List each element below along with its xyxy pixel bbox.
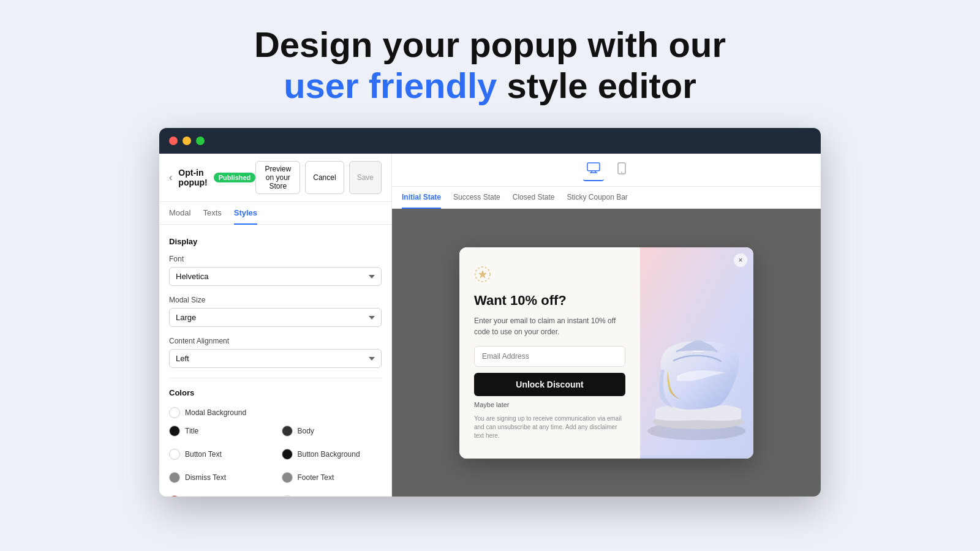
button-background-color-label: Button Background bbox=[298, 450, 360, 459]
close-dot[interactable] bbox=[169, 137, 178, 145]
popup-email-input[interactable] bbox=[474, 346, 625, 367]
body-color-row: Body bbox=[282, 425, 382, 437]
popup-subtext: Enter your email to claim an instant 10%… bbox=[474, 315, 625, 337]
back-arrow-icon[interactable]: ‹ bbox=[169, 172, 172, 183]
browser-titlebar bbox=[159, 128, 821, 154]
title-color-label: Title bbox=[185, 427, 198, 435]
font-label: Font bbox=[169, 255, 382, 263]
popup-heading: Want 10% off? bbox=[474, 293, 625, 309]
button-background-color-dot[interactable] bbox=[282, 449, 293, 460]
device-switcher bbox=[392, 154, 821, 187]
published-badge: Published bbox=[214, 173, 256, 182]
title-color-row: Title bbox=[169, 425, 270, 437]
tab-styles[interactable]: Styles bbox=[234, 202, 257, 225]
title-color-dot[interactable] bbox=[169, 425, 180, 437]
footer-text-color-row: Footer Text bbox=[282, 472, 382, 483]
content-alignment-select[interactable]: Left Center Right bbox=[169, 349, 382, 368]
hero-line2-rest: style editor bbox=[497, 66, 696, 105]
preview-button[interactable]: Preview on your Store bbox=[255, 161, 300, 194]
state-tab-success[interactable]: Success State bbox=[453, 187, 500, 209]
editor-tabs: Modal Texts Styles bbox=[159, 202, 391, 225]
modal-background-dot[interactable] bbox=[169, 407, 180, 418]
content-alignment-label: Content Alignment bbox=[169, 337, 382, 345]
colors-section-label: Colors bbox=[169, 388, 382, 397]
button-text-color-dot[interactable] bbox=[169, 449, 180, 460]
body-color-dot[interactable] bbox=[282, 425, 293, 437]
state-tabs: Initial State Success State Closed State… bbox=[392, 187, 821, 209]
button-text-color-label: Button Text bbox=[185, 450, 222, 459]
tab-texts[interactable]: Texts bbox=[203, 202, 221, 225]
popup-maybe-later[interactable]: Maybe later bbox=[474, 401, 625, 408]
svg-rect-2 bbox=[587, 163, 600, 171]
popup-cta-button[interactable]: Unlock Discount bbox=[474, 373, 625, 396]
panel-content: Display Font Helvetica Arial Georgia Mod… bbox=[159, 225, 391, 497]
fullscreen-dot[interactable] bbox=[196, 137, 205, 145]
browser-body: ‹ Opt-in popup! Published Preview on you… bbox=[159, 154, 821, 497]
font-select[interactable]: Helvetica Arial Georgia bbox=[169, 267, 382, 286]
state-tab-initial[interactable]: Initial State bbox=[402, 187, 441, 209]
svg-point-7 bbox=[621, 172, 622, 173]
dismiss-text-color-row: Dismiss Text bbox=[169, 472, 270, 483]
modal-size-field: Modal Size Large Medium Small bbox=[169, 296, 382, 327]
app-header: ‹ Opt-in popup! Published Preview on you… bbox=[159, 154, 391, 202]
popup-sneaker-image bbox=[640, 247, 753, 455]
modal-size-label: Modal Size bbox=[169, 296, 382, 304]
mobile-icon[interactable] bbox=[614, 159, 630, 181]
colors-section: Colors Modal Background Title Body bbox=[169, 388, 382, 497]
app-header-right: Preview on your Store Cancel Save bbox=[255, 161, 382, 194]
error-text-color-dot[interactable] bbox=[169, 495, 180, 497]
state-tab-sticky[interactable]: Sticky Coupon Bar bbox=[567, 187, 627, 209]
popup-star-icon bbox=[474, 266, 625, 287]
footer-text-color-label: Footer Text bbox=[298, 473, 334, 482]
content-alignment-field: Content Alignment Left Center Right bbox=[169, 337, 382, 368]
font-field: Font Helvetica Arial Georgia bbox=[169, 255, 382, 286]
color-grid: Title Body Button Text Button Backg bbox=[169, 425, 382, 497]
modal-background-label: Modal Background bbox=[185, 408, 246, 417]
display-section-label: Display bbox=[169, 237, 382, 246]
left-panel: ‹ Opt-in popup! Published Preview on you… bbox=[159, 154, 392, 497]
right-panel: Initial State Success State Closed State… bbox=[392, 154, 821, 497]
error-background-icon bbox=[282, 496, 293, 497]
divider bbox=[169, 378, 382, 378]
popup-disclaimer: You are signing up to receive communicat… bbox=[474, 414, 625, 440]
app-header-left: ‹ Opt-in popup! Published bbox=[169, 168, 255, 187]
tab-modal[interactable]: Modal bbox=[169, 202, 190, 225]
modal-size-select[interactable]: Large Medium Small bbox=[169, 308, 382, 327]
modal-background-row: Modal Background bbox=[169, 407, 382, 418]
footer-text-color-dot[interactable] bbox=[282, 472, 293, 483]
popup-left: Want 10% off? Enter your email to claim … bbox=[459, 247, 640, 458]
button-text-color-row: Button Text bbox=[169, 449, 270, 460]
desktop-icon[interactable] bbox=[583, 159, 604, 181]
body-color-label: Body bbox=[298, 427, 314, 435]
save-button[interactable]: Save bbox=[349, 161, 382, 194]
cancel-button[interactable]: Cancel bbox=[305, 161, 344, 194]
error-background-color-row: Error Background bbox=[282, 495, 382, 497]
browser-window: ‹ Opt-in popup! Published Preview on you… bbox=[159, 128, 821, 497]
button-background-color-row: Button Background bbox=[282, 449, 382, 460]
popup-close-button[interactable]: × bbox=[734, 253, 747, 267]
popup-modal: Want 10% off? Enter your email to claim … bbox=[459, 247, 753, 458]
error-background-color-dot[interactable] bbox=[282, 495, 293, 497]
hero-line2-blue: user friendly bbox=[284, 66, 497, 105]
dismiss-text-color-label: Dismiss Text bbox=[185, 473, 226, 482]
minimize-dot[interactable] bbox=[183, 137, 191, 145]
hero-line1: Design your popup with our bbox=[254, 24, 726, 64]
preview-area: Want 10% off? Enter your email to claim … bbox=[392, 209, 821, 497]
hero-section: Design your popup with our user friendly… bbox=[254, 24, 726, 106]
popup-right: × bbox=[640, 247, 753, 458]
dismiss-text-color-dot[interactable] bbox=[169, 472, 180, 483]
state-tab-closed[interactable]: Closed State bbox=[513, 187, 555, 209]
error-text-color-row: Error Text bbox=[169, 495, 270, 497]
app-title: Opt-in popup! bbox=[178, 168, 207, 187]
